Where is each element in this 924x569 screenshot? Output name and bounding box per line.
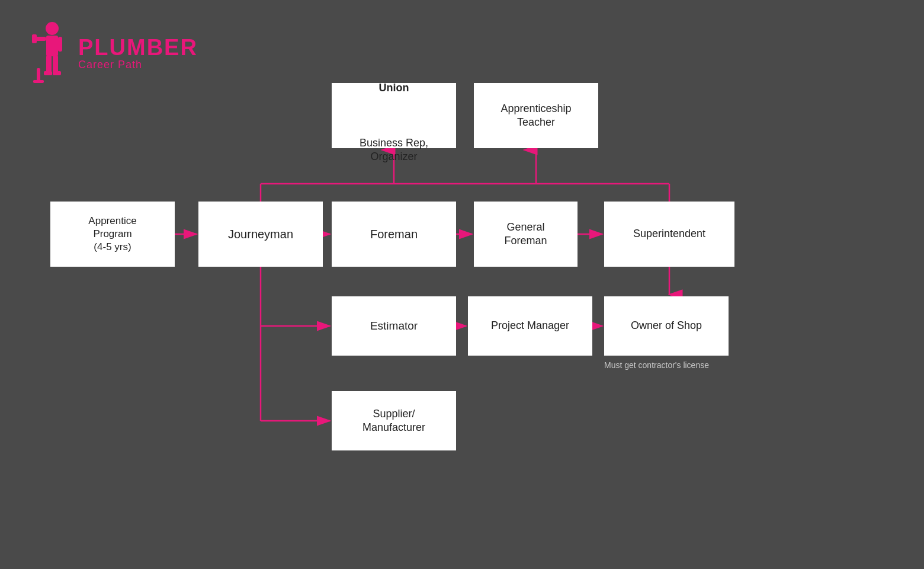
svg-rect-7	[44, 71, 52, 75]
logo-area: PLUMBER Career Path	[24, 18, 198, 89]
logo-title: PLUMBER	[78, 36, 198, 59]
journeyman-box: Journeyman	[198, 202, 323, 267]
svg-rect-5	[46, 55, 52, 73]
union-bold: Union	[379, 82, 409, 94]
svg-rect-1	[46, 36, 58, 56]
general-foreman-box: General Foreman	[474, 202, 578, 267]
apprenticeship-teacher-box: Apprenticeship Teacher	[474, 83, 598, 148]
owner-note: Must get contractor's license	[604, 360, 746, 370]
svg-rect-6	[53, 55, 58, 73]
svg-point-0	[46, 22, 59, 35]
svg-rect-8	[53, 71, 61, 75]
project-manager-box: Project Manager	[468, 296, 592, 356]
estimator-box: Estimator	[332, 296, 456, 356]
union-box: Union Union Business Rep, Organizer Busi…	[332, 83, 456, 148]
logo-text: PLUMBER Career Path	[78, 36, 198, 71]
foreman-box: Foreman	[332, 202, 456, 267]
svg-rect-10	[33, 80, 44, 83]
supplier-box: Supplier/ Manufacturer	[332, 391, 456, 450]
superintendent-box: Superintendent	[604, 202, 734, 267]
owner-of-shop-box: Owner of Shop	[604, 296, 729, 356]
svg-rect-9	[37, 68, 40, 81]
apprentice-box: Apprentice Program (4-5 yrs)	[50, 202, 175, 267]
svg-rect-2	[36, 37, 46, 41]
svg-rect-3	[32, 34, 37, 43]
plumber-icon	[24, 18, 71, 89]
svg-rect-4	[58, 37, 62, 52]
logo-subtitle: Career Path	[78, 59, 198, 71]
